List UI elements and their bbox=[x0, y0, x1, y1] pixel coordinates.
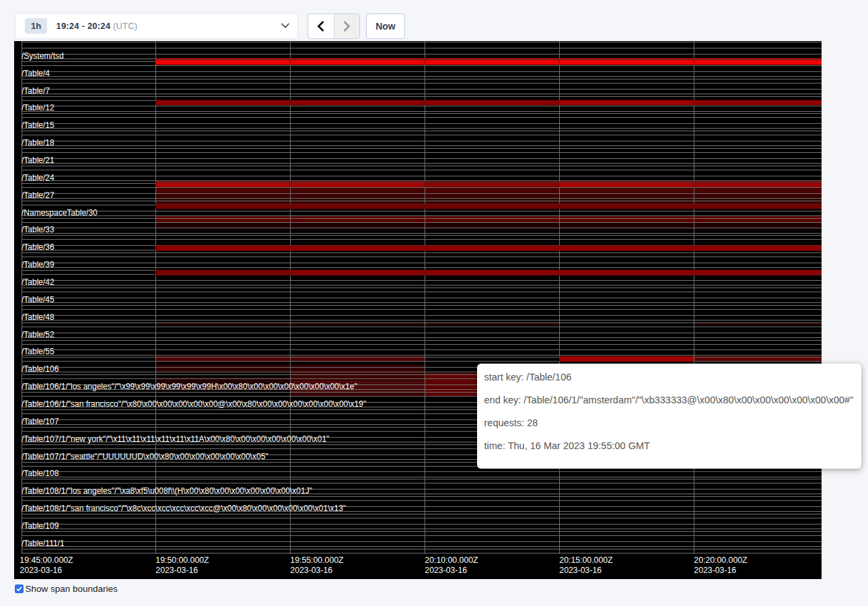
svg-text:2023-03-16: 2023-03-16 bbox=[290, 566, 332, 575]
svg-text:/Table/106/1/"los angeles"/"\x: /Table/106/1/"los angeles"/"\x99\x99\x99… bbox=[22, 382, 357, 391]
svg-text:2023-03-16: 2023-03-16 bbox=[694, 566, 736, 575]
svg-text:/Table/45: /Table/45 bbox=[22, 295, 55, 304]
svg-text:/Table/111/1: /Table/111/1 bbox=[22, 539, 65, 548]
svg-text:/Table/52: /Table/52 bbox=[22, 330, 55, 339]
svg-text:/Table/21: /Table/21 bbox=[22, 156, 55, 165]
svg-text:/Table/48: /Table/48 bbox=[22, 312, 55, 322]
svg-text:/Table/107/1/"seattle"/"UUUUUU: /Table/107/1/"seattle"/"UUUUUUD\x00\x80\… bbox=[22, 452, 268, 461]
svg-text:/Table/108/1/"san francisco"/": /Table/108/1/"san francisco"/"\x8c\xcc\x… bbox=[22, 504, 346, 513]
svg-text:19:50:00.000Z: 19:50:00.000Z bbox=[155, 556, 209, 565]
svg-text:19:55:00.000Z: 19:55:00.000Z bbox=[290, 556, 344, 565]
svg-text:/Table/18: /Table/18 bbox=[22, 138, 55, 147]
svg-text:/Table/106: /Table/106 bbox=[22, 364, 59, 374]
svg-text:2023-03-16: 2023-03-16 bbox=[425, 566, 467, 575]
svg-text:/Table/33: /Table/33 bbox=[22, 225, 55, 234]
svg-text:/NamespaceTable/30: /NamespaceTable/30 bbox=[22, 208, 98, 217]
svg-text:2023-03-16: 2023-03-16 bbox=[559, 566, 602, 575]
svg-text:2023-03-16: 2023-03-16 bbox=[20, 566, 62, 575]
svg-text:/Table/39: /Table/39 bbox=[22, 260, 55, 269]
svg-text:/Table/108/1/"los angeles"/"\x: /Table/108/1/"los angeles"/"\xa8\xf5\u00… bbox=[22, 486, 312, 496]
svg-text:20:10:00.000Z: 20:10:00.000Z bbox=[425, 556, 478, 565]
svg-text:/Table/55: /Table/55 bbox=[22, 347, 55, 356]
svg-text:/Table/107/1/"new york"/"\x11\: /Table/107/1/"new york"/"\x11\x11\x11\x1… bbox=[22, 434, 329, 444]
svg-text:/Table/12: /Table/12 bbox=[22, 103, 55, 112]
svg-text:/Table/109: /Table/109 bbox=[22, 521, 59, 531]
svg-text:/Table/107: /Table/107 bbox=[22, 417, 59, 426]
svg-text:2023-03-16: 2023-03-16 bbox=[155, 566, 198, 575]
svg-text:/Table/106/1/"san francisco"/": /Table/106/1/"san francisco"/"\x80\x00\x… bbox=[22, 399, 366, 409]
svg-text:/Table/4: /Table/4 bbox=[22, 69, 50, 78]
svg-text:20:20:00.000Z: 20:20:00.000Z bbox=[694, 556, 748, 565]
svg-text:/Table/7: /Table/7 bbox=[22, 86, 50, 96]
svg-text:19:45:00.000Z: 19:45:00.000Z bbox=[20, 556, 73, 565]
svg-text:/Table/42: /Table/42 bbox=[22, 277, 55, 287]
svg-text:/Table/24: /Table/24 bbox=[22, 173, 55, 182]
svg-text:/Table/108: /Table/108 bbox=[22, 469, 59, 478]
svg-text:/System/tsd: /System/tsd bbox=[22, 51, 64, 61]
svg-text:/Table/27: /Table/27 bbox=[22, 191, 55, 200]
svg-text:/Table/15: /Table/15 bbox=[22, 121, 55, 130]
svg-text:20:15:00.000Z: 20:15:00.000Z bbox=[559, 556, 613, 565]
svg-text:/Table/36: /Table/36 bbox=[22, 242, 55, 252]
